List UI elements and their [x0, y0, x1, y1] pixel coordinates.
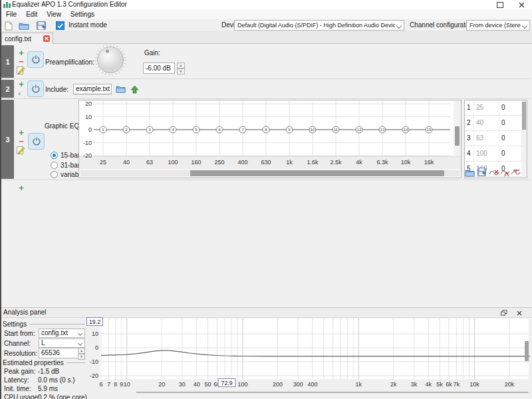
eq-hscrollbar-thumb[interactable] [190, 170, 444, 176]
resolution-spinner[interactable]: ▲▼ [78, 348, 85, 358]
axis-tick-label: 8 [114, 381, 117, 388]
axis-tick-label: 200 [273, 381, 283, 388]
channel-config-value: From device (Stereo) [469, 22, 521, 29]
open-include-button[interactable] [128, 83, 141, 95]
menu-file[interactable]: File [1, 11, 21, 18]
band-freq-cell[interactable]: 63 [474, 131, 499, 146]
add-filter-button[interactable]: + [17, 80, 26, 89]
add-filter-button[interactable]: + [17, 184, 26, 193]
tab-close-button[interactable] [43, 35, 50, 42]
float-panel-button[interactable] [499, 309, 509, 317]
init-time-label: Init. time: [4, 385, 31, 392]
spin-down-icon[interactable]: ▼ [177, 68, 185, 74]
window-title: Equalizer APO 1.3 Configuration Editor [12, 1, 127, 8]
band-freq-cell[interactable]: 25 [474, 100, 499, 115]
table-row[interactable]: 41000 [465, 146, 527, 162]
edit-filter-button[interactable] [17, 146, 25, 156]
edit-filter-button[interactable] [17, 66, 25, 76]
estimated-properties-header: Estimated properties [3, 359, 64, 366]
axis-tick-label: 20 [158, 381, 165, 388]
spin-up-icon[interactable]: ▲ [78, 348, 85, 354]
curve-invert-icon [500, 169, 510, 177]
channel-config-select[interactable]: From device (Stereo) [466, 20, 530, 31]
analysis-hscrollbar[interactable] [136, 392, 529, 393]
axis-tick-label: 12 [357, 127, 362, 132]
band-freq-cell[interactable]: 40 [474, 116, 499, 130]
normalize-response-button[interactable] [510, 168, 521, 178]
radio-31-band[interactable] [51, 162, 58, 169]
include-file-field[interactable]: example.txt [73, 84, 112, 94]
row-number-cell: 1 [465, 100, 474, 115]
menu-edit[interactable]: Edit [21, 11, 42, 18]
gain-knob[interactable] [94, 43, 127, 76]
axis-tick-label: 2 [125, 127, 128, 132]
axis-tick-label: 16k [424, 159, 434, 166]
axis-tick-label: 4k [356, 159, 362, 166]
axis-tick-label: 15 [427, 127, 432, 132]
latency-label: Latency: [4, 376, 29, 384]
analysis-vscrollbar-thumb[interactable] [525, 341, 529, 361]
close-icon [519, 2, 525, 8]
band-freq-cell[interactable]: 100 [474, 146, 499, 161]
axis-tick-label: 0 [88, 126, 92, 133]
table-scrollbar[interactable] [521, 100, 527, 178]
radio-variable[interactable] [51, 171, 58, 178]
new-file-button[interactable] [3, 20, 15, 31]
remove-filter-button[interactable]: − [17, 137, 26, 146]
axis-tick-label: 20k [505, 381, 515, 388]
menu-view[interactable]: View [42, 11, 66, 18]
row-separator [1, 180, 531, 180]
section-divider [66, 362, 85, 363]
analysis-response-plot[interactable]: 100-10-2067891020304050601002003004001k2… [86, 317, 532, 399]
analysis-panel-header[interactable]: Analysis panel [0, 307, 532, 318]
save-file-button[interactable] [35, 20, 47, 31]
radio-15-band[interactable] [51, 152, 58, 159]
collapse-toggle-icon[interactable]: « [16, 90, 23, 97]
gain-spinbox[interactable]: -6.00 dB [143, 63, 175, 74]
axis-tick-label: 13 [380, 127, 385, 132]
spin-up-icon[interactable]: ▲ [177, 63, 185, 68]
axis-tick-label: 4k [425, 381, 432, 388]
browse-file-button[interactable] [114, 83, 127, 95]
cursor-frequency-value: 72.9 [221, 380, 233, 386]
axis-tick-label: 7 [241, 127, 244, 132]
start-from-label: Start from: [4, 330, 35, 337]
eq-vscrollbar-thumb[interactable] [455, 126, 460, 146]
power-toggle-preamp[interactable] [27, 51, 44, 68]
tab-strip: config.txt [0, 32, 532, 44]
arrow-up-icon [130, 85, 139, 94]
table-row[interactable]: 3630 [465, 131, 527, 146]
device-select[interactable]: Default (Digital Audio (S/PDIF) - High D… [234, 20, 404, 31]
table-row[interactable]: 2400 [465, 116, 527, 131]
table-scrollbar-thumb[interactable] [522, 102, 526, 130]
peak-gain-label: Peak gain: [4, 368, 35, 375]
export-response-button[interactable] [476, 167, 487, 177]
menu-settings[interactable]: Settings [66, 11, 99, 18]
clear-response-button[interactable] [488, 168, 499, 178]
graphic-eq-plot[interactable]: 20100-10-2025140263310041605250640076308… [78, 100, 462, 178]
axis-tick-label: 4 [172, 127, 174, 132]
spin-down-icon[interactable]: ▼ [78, 354, 85, 360]
instant-mode-checkbox[interactable] [56, 21, 65, 30]
axis-tick-label: 30 [179, 381, 186, 388]
remove-filter-button[interactable]: − [17, 57, 26, 66]
import-response-button[interactable] [464, 168, 475, 178]
table-row[interactable]: 1250 [465, 100, 527, 116]
power-toggle-graphic-eq[interactable] [28, 133, 45, 150]
power-toggle-include[interactable] [27, 80, 44, 97]
y-axis-max-value: 19.2 [89, 319, 100, 325]
close-button[interactable] [515, 1, 528, 9]
open-file-button[interactable] [18, 20, 30, 31]
invert-response-button[interactable] [499, 168, 511, 178]
channel-select[interactable]: L [39, 338, 85, 348]
close-panel-button[interactable] [515, 309, 524, 317]
maximize-button[interactable] [493, 1, 507, 9]
curve-normalize-icon [511, 169, 521, 177]
tab-config-txt[interactable]: config.txt [1, 33, 53, 44]
axis-tick-label: -10 [83, 140, 92, 146]
gain-spinner[interactable]: ▲▼ [177, 63, 185, 74]
axis-tick-label: 2.5k [330, 159, 342, 166]
preamp-label: Preamplification: [45, 59, 94, 66]
start-from-select[interactable]: config.txt [39, 329, 85, 338]
device-value: Default (Digital Audio (S/PDIF) - High D… [237, 22, 395, 29]
